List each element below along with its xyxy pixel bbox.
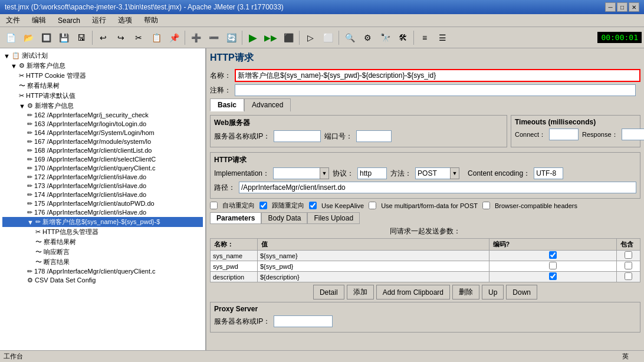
menu-options[interactable]: 选项	[114, 14, 136, 27]
proxy-host-input[interactable]	[274, 315, 333, 327]
menu-file[interactable]: 文件	[2, 14, 24, 27]
path-input[interactable]	[239, 182, 636, 193]
toolbar-remote-stop[interactable]: ⬜	[320, 29, 336, 46]
toolbar-undo[interactable]: ↩	[95, 29, 111, 46]
checkbox-multipart[interactable]	[369, 202, 376, 209]
toolbar-save2[interactable]: 🖫	[73, 29, 90, 46]
protocol-input[interactable]	[357, 167, 387, 179]
checkbox-browser-compat[interactable]	[482, 202, 490, 209]
notes-input[interactable]	[235, 84, 636, 96]
tree-item-csv[interactable]: ⚙ CSV Data Set Config	[2, 276, 203, 285]
tree-item-result-tree-1[interactable]: 〜 察看结果树	[2, 81, 203, 91]
tab-files-upload[interactable]: Files Upload	[307, 212, 360, 224]
toolbar-start[interactable]: ▶	[245, 29, 261, 46]
menu-help[interactable]: 帮助	[140, 14, 162, 27]
tree-item-163[interactable]: ✏ 163 /ApprInterfaceMgr/login/toLogin.do	[2, 120, 203, 129]
row1-encode[interactable]	[489, 251, 616, 261]
tree-item-162[interactable]: ✏ 162 /ApprInterfaceMgr/j_security_check	[2, 111, 203, 120]
tree-item-new-customer[interactable]: ▼ ⚙ 新增客户信息	[2, 61, 203, 71]
up-button[interactable]: Up	[482, 285, 504, 300]
row3-include[interactable]	[617, 272, 640, 282]
tree-item-164[interactable]: ✏ 164 /ApprInterfaceMgr/System/Login/hom	[2, 129, 203, 137]
clipboard-button[interactable]: Add from Clipboard	[376, 285, 450, 300]
tree-item-168[interactable]: ✏ 168 /ApprInterfaceMgr/client/clientLis…	[2, 146, 203, 155]
tree-item-result-tree-2[interactable]: 〜 察看结果树	[2, 237, 203, 247]
toolbar-start-no-pause[interactable]: ▶▶	[262, 29, 279, 46]
toolbar-clear[interactable]: 🔄	[223, 29, 239, 46]
toolbar-remote-start[interactable]: ▷	[302, 29, 318, 46]
checkbox-follow-redirect[interactable]	[259, 202, 267, 209]
toolbar-remove[interactable]: ➖	[205, 29, 222, 46]
toolbar-copy[interactable]: 📋	[148, 29, 165, 46]
toolbar-redo[interactable]: ↪	[113, 29, 129, 46]
delete-button[interactable]: 删除	[452, 285, 479, 300]
row2-include[interactable]	[617, 261, 640, 272]
toolbar-stop[interactable]: ⬛	[280, 29, 297, 46]
tab-basic[interactable]: Basic	[210, 98, 244, 111]
tree-item-167[interactable]: ✏ 167 /ApprInterfaceMgr/module/system/lo	[2, 137, 203, 146]
tree-item-cookie[interactable]: ✂ HTTP Cookie 管理器	[2, 71, 203, 81]
row3-encode[interactable]	[489, 272, 616, 282]
row2-encode[interactable]	[489, 261, 616, 272]
toolbar-help2[interactable]: 🔍	[341, 29, 358, 46]
impl-dropdown-btn[interactable]: ▼	[320, 167, 329, 179]
tree-item-174[interactable]: ✏ 174 /ApprInterfaceMgr/client/isHave.do	[2, 190, 203, 199]
detail-button[interactable]: Detail	[313, 285, 344, 300]
connect-input[interactable]	[549, 129, 579, 140]
encoding-input[interactable]	[534, 167, 563, 179]
toolbar-open[interactable]: 📂	[20, 29, 37, 46]
menu-run[interactable]: 运行	[88, 14, 110, 27]
host-input[interactable]	[274, 130, 321, 142]
row2-name[interactable]: sys_pwd	[211, 261, 258, 272]
name-input[interactable]	[235, 69, 640, 82]
tree-item-resp-assert[interactable]: 〜 响应断言	[2, 247, 203, 257]
toolbar-list2[interactable]: ☰	[434, 29, 451, 46]
response-input[interactable]	[622, 129, 644, 140]
tree-item-169[interactable]: ✏ 169 /ApprInterfaceMgr/client/selectCli…	[2, 155, 203, 164]
method-input[interactable]	[415, 167, 451, 179]
row2-value[interactable]: ${sys_pwd}	[258, 261, 489, 272]
toolbar-list1[interactable]: ≡	[416, 29, 433, 46]
checkbox-auto-redirect[interactable]	[210, 202, 218, 209]
tree-item-176[interactable]: ✏ 176 /ApprInterfaceMgr/client/isHave.do	[2, 208, 203, 217]
tree-item-173[interactable]: ✏ 173 /ApprInterfaceMgr/client/isHave.do	[2, 182, 203, 190]
checkbox-keep-alive[interactable]	[309, 202, 317, 209]
tree-item-assert-result[interactable]: 〜 断言结果	[2, 257, 203, 267]
menu-edit[interactable]: 编辑	[28, 14, 50, 27]
row1-include[interactable]	[617, 251, 640, 261]
toolbar-misc[interactable]: 🛠	[395, 29, 411, 46]
tree-item-http-default[interactable]: ✂ HTTP请求默认值	[2, 91, 203, 101]
toolbar-add[interactable]: ➕	[188, 29, 204, 46]
tree-item-175[interactable]: ✏ 175 /ApprInterfaceMgr/client/autoPWD.d…	[2, 199, 203, 208]
tab-parameters[interactable]: Parameters	[210, 212, 261, 224]
tree-item-http-header[interactable]: ✂ HTTP信息头管理器	[2, 227, 203, 237]
row3-name[interactable]: description	[211, 272, 258, 282]
toolbar-paste[interactable]: 📌	[166, 29, 182, 46]
tab-advanced[interactable]: Advanced	[244, 98, 291, 111]
minimize-button[interactable]: ─	[605, 2, 616, 12]
port-input[interactable]	[356, 130, 392, 142]
tree-item-170[interactable]: ✏ 170 /ApprInterfaceMgr/client/queryClie…	[2, 164, 203, 173]
toolbar-save[interactable]: 💾	[55, 29, 72, 46]
tree-item-new-sel[interactable]: ▼ ✏ 新增客户信息${sys_name}-${sys_pwd}-$	[2, 217, 203, 227]
tree-item-178[interactable]: ✏ 178 /ApprInterfaceMgr/client/queryClie…	[2, 267, 203, 276]
close-button[interactable]: ✕	[629, 2, 639, 12]
menu-search[interactable]: Search	[54, 15, 84, 26]
row1-value[interactable]: ${sys_name}	[258, 251, 489, 261]
tree-item-new-cust-2[interactable]: ▼ ⚙ 新增客户信息	[2, 101, 203, 111]
add-button[interactable]: 添加	[347, 285, 374, 300]
toolbar-cut[interactable]: ✂	[130, 29, 147, 46]
tree-item-test-plan[interactable]: ▼ 📋 测试计划	[2, 51, 203, 61]
row3-value[interactable]: ${description}	[258, 272, 489, 282]
toolbar-settings[interactable]: ⚙	[359, 29, 376, 46]
row1-name[interactable]: sys_name	[211, 251, 258, 261]
tree-item-172[interactable]: ✏ 172 /ApprInterfaceMgr/client/isHave.do	[2, 173, 203, 182]
toolbar-new[interactable]: 📄	[2, 29, 19, 46]
toolbar-close[interactable]: 🔲	[38, 29, 54, 46]
maximize-button[interactable]: □	[617, 2, 627, 12]
down-button[interactable]: Down	[506, 285, 537, 300]
impl-input[interactable]	[273, 167, 320, 179]
tab-body-data[interactable]: Body Data	[261, 212, 307, 224]
toolbar-binoculars[interactable]: 🔭	[377, 29, 393, 46]
method-dropdown-btn[interactable]: ▼	[450, 167, 459, 179]
